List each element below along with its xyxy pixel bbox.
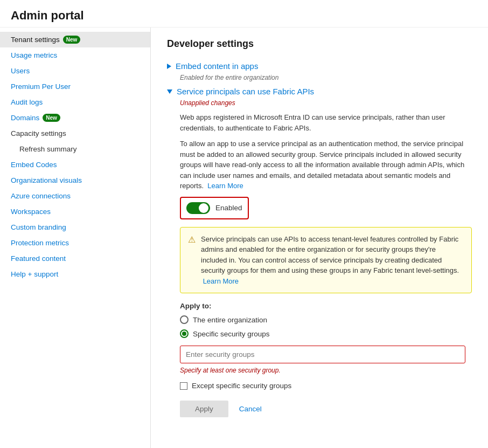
sidebar-label-premium-per-user: Premium Per User (11, 82, 71, 91)
setting-group-service-principals: Service principals can use Fabric APIs U… (167, 84, 472, 417)
learn-more-link-1[interactable]: Learn More (207, 182, 243, 190)
sidebar: Tenant settingsNewUsage metricsUsersPrem… (0, 27, 151, 448)
page-header: Admin portal (0, 0, 488, 27)
sidebar-label-featured-content: Featured content (11, 254, 66, 263)
sidebar-item-workspaces[interactable]: Workspaces (0, 204, 150, 219)
section-title: Developer settings (167, 38, 472, 50)
sidebar-label-users: Users (11, 67, 30, 75)
page-title: Admin portal (11, 9, 477, 23)
sidebar-item-embed-codes[interactable]: Embed Codes (0, 157, 150, 173)
sidebar-label-organizational-visuals: Organizational visuals (11, 176, 82, 184)
sidebar-label-help-support: Help + support (11, 270, 58, 278)
chevron-down-icon (167, 89, 172, 94)
checkbox-box (180, 382, 187, 390)
security-input-container (180, 346, 472, 363)
sidebar-label-embed-codes: Embed Codes (11, 161, 57, 169)
main-layout: Tenant settingsNewUsage metricsUsersPrem… (0, 27, 488, 448)
main-content: Developer settings Embed content in apps… (151, 27, 488, 448)
input-hint: Specify at least one security group. (180, 367, 472, 374)
action-buttons: Apply Cancel (180, 401, 472, 417)
sidebar-label-protection-metrics: Protection metrics (11, 239, 69, 247)
sidebar-item-protection-metrics[interactable]: Protection metrics (0, 235, 150, 251)
sidebar-item-tenant-settings[interactable]: Tenant settingsNew (0, 32, 150, 47)
sidebar-item-audit-logs[interactable]: Audit logs (0, 94, 150, 110)
badge-new-tenant-settings: New (63, 36, 81, 44)
service-principals-title[interactable]: Service principals can use Fabric APIs (177, 87, 314, 96)
warning-text: Service principals can use APIs to acces… (201, 234, 464, 287)
sidebar-label-custom-branding: Custom branding (11, 223, 66, 231)
sidebar-item-organizational-visuals[interactable]: Organizational visuals (0, 173, 150, 188)
apply-button[interactable]: Apply (180, 401, 228, 417)
setting-group-embed: Embed content in apps Enabled for the en… (167, 58, 472, 81)
warning-box: ⚠ Service principals can use APIs to acc… (180, 227, 472, 294)
radio-entire-org[interactable]: The entire organization (180, 315, 472, 324)
sidebar-item-custom-branding[interactable]: Custom branding (0, 219, 150, 235)
embed-setting-header[interactable]: Embed content in apps (167, 58, 472, 74)
sidebar-item-users[interactable]: Users (0, 63, 150, 79)
sidebar-item-featured-content[interactable]: Featured content (0, 251, 150, 266)
sidebar-item-capacity-settings[interactable]: Capacity settings (0, 126, 150, 141)
sidebar-label-azure-connections: Azure connections (11, 192, 71, 200)
sidebar-item-refresh-summary[interactable]: Refresh summary (0, 141, 150, 157)
sidebar-label-capacity-settings: Capacity settings (11, 129, 66, 137)
description-2: To allow an app to use a service princip… (180, 139, 472, 191)
sidebar-label-tenant-settings: Tenant settings (11, 36, 60, 44)
radio-circle-entire-org (180, 315, 189, 324)
checkbox-label: Except specific security groups (192, 382, 291, 390)
sidebar-item-domains[interactable]: DomainsNew (0, 110, 150, 126)
embed-setting-title[interactable]: Embed content in apps (176, 61, 258, 71)
embed-setting-subtitle: Enabled for the entire organization (180, 74, 472, 81)
radio-circle-specific-groups (180, 329, 189, 338)
sidebar-label-domains: Domains (11, 114, 39, 122)
radio-label-specific-groups: Specific security groups (193, 330, 270, 338)
chevron-right-icon (167, 64, 171, 69)
sidebar-item-premium-per-user[interactable]: Premium Per User (0, 79, 150, 94)
apply-to-label: Apply to: (180, 302, 472, 310)
toggle-slider (186, 202, 210, 214)
radio-specific-groups[interactable]: Specific security groups (180, 329, 472, 338)
security-groups-input[interactable] (180, 346, 465, 363)
sidebar-label-usage-metrics: Usage metrics (11, 51, 57, 59)
except-security-groups-checkbox[interactable]: Except specific security groups (180, 382, 472, 390)
learn-more-link-2[interactable]: Learn More (203, 277, 239, 285)
radio-group: The entire organization Specific securit… (180, 315, 472, 338)
cancel-button[interactable]: Cancel (237, 401, 264, 417)
app-container: Admin portal Tenant settingsNewUsage met… (0, 0, 488, 448)
description-1: Web apps registered in Microsoft Entra I… (180, 112, 472, 133)
enabled-toggle[interactable] (186, 202, 210, 214)
setting-expanded-content: Web apps registered in Microsoft Entra I… (180, 112, 472, 417)
sidebar-label-audit-logs: Audit logs (11, 98, 43, 106)
toggle-container: Enabled (180, 197, 249, 219)
toggle-label: Enabled (215, 204, 242, 212)
warning-icon: ⚠ (188, 235, 196, 287)
sidebar-item-help-support[interactable]: Help + support (0, 266, 150, 282)
sidebar-item-usage-metrics[interactable]: Usage metrics (0, 47, 150, 63)
radio-label-entire-org: The entire organization (193, 316, 267, 324)
service-principals-header[interactable]: Service principals can use Fabric APIs (167, 84, 472, 99)
sidebar-label-workspaces: Workspaces (11, 208, 51, 216)
sidebar-label-refresh-summary: Refresh summary (19, 145, 77, 153)
sidebar-item-azure-connections[interactable]: Azure connections (0, 188, 150, 204)
badge-new-domains: New (43, 114, 60, 122)
unapplied-label: Unapplied changes (180, 99, 472, 107)
